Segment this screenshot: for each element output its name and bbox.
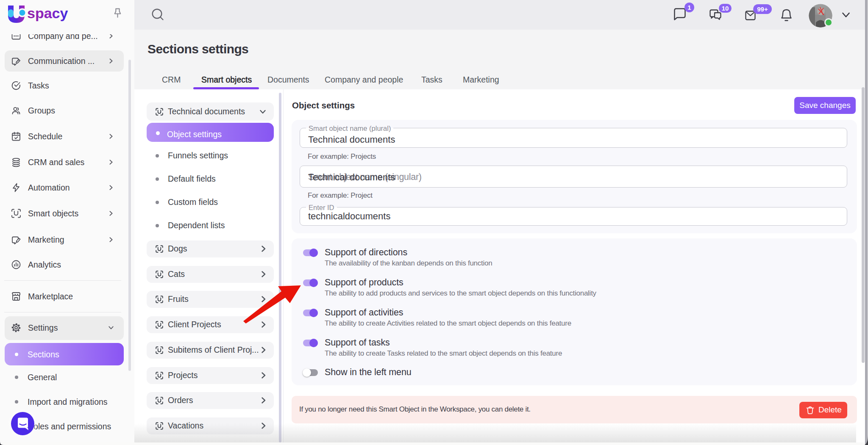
svg-text:spacy: spacy — [27, 5, 68, 21]
